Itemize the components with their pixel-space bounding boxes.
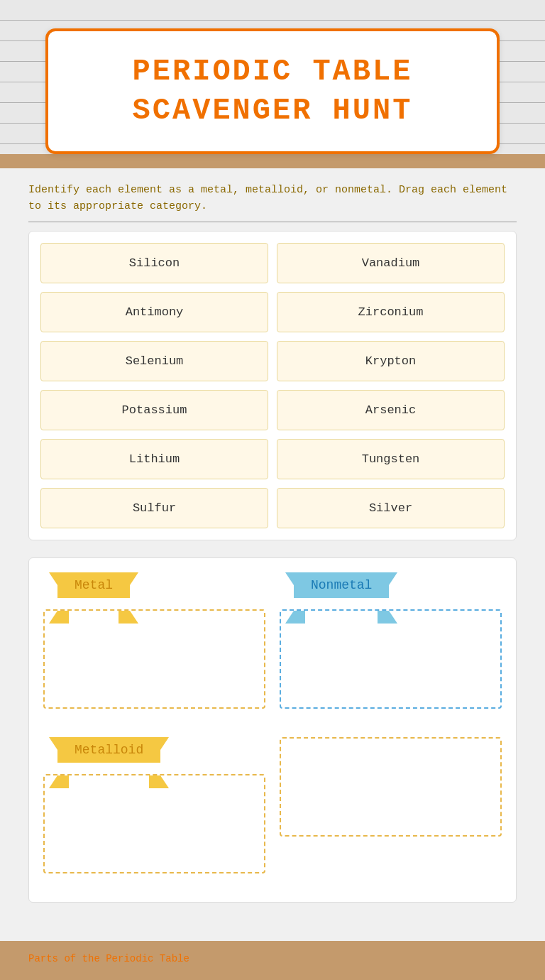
empty-zone-wrapper [280, 737, 502, 873]
notebook-header: PERIODIC TABLE SCAVENGER HUNT [0, 0, 545, 154]
nonmetal-drop-zone[interactable] [280, 609, 502, 709]
element-card-antimony[interactable]: Antimony [40, 292, 268, 332]
element-card-vanadium[interactable]: Vanadium [277, 243, 505, 283]
metal-ribbon-label: Metal [57, 572, 130, 598]
instructions-text: Identify each element as a metal, metall… [28, 183, 517, 222]
element-card-tungsten[interactable]: Tungsten [277, 439, 505, 479]
element-card-zirconium[interactable]: Zirconium [277, 292, 505, 332]
elements-grid: SiliconVanadiumAntimonyZirconiumSelenium… [40, 243, 505, 528]
page-title: PERIODIC TABLE SCAVENGER HUNT [62, 53, 483, 130]
footer-link[interactable]: Parts of the Periodic Table [28, 953, 189, 964]
element-card-silver[interactable]: Silver [277, 488, 505, 528]
element-card-sulfur[interactable]: Sulfur [40, 488, 268, 528]
footer-area: Parts of the Periodic Table [0, 941, 545, 976]
title-box: PERIODIC TABLE SCAVENGER HUNT [45, 28, 500, 154]
main-content: Identify each element as a metal, metall… [0, 168, 545, 941]
metal-zone-wrapper: Metal [43, 572, 265, 709]
element-card-krypton[interactable]: Krypton [277, 341, 505, 381]
metal-drop-zone[interactable] [43, 609, 265, 709]
drop-zones-container: Metal Nonmetal Metalloid [28, 557, 517, 903]
element-card-potassium[interactable]: Potassium [40, 390, 268, 430]
metalloid-drop-zone[interactable] [43, 774, 265, 873]
metalloid-zone-wrapper: Metalloid [43, 737, 265, 873]
element-card-selenium[interactable]: Selenium [40, 341, 268, 381]
element-card-silicon[interactable]: Silicon [40, 243, 268, 283]
elements-container: SiliconVanadiumAntimonyZirconiumSelenium… [28, 231, 517, 540]
element-card-lithium[interactable]: Lithium [40, 439, 268, 479]
element-card-arsenic[interactable]: Arsenic [277, 390, 505, 430]
metalloid-ribbon-label: Metalloid [57, 737, 160, 763]
empty-drop-zone [280, 737, 502, 837]
nonmetal-ribbon-label: Nonmetal [294, 572, 389, 598]
nonmetal-zone-wrapper: Nonmetal [280, 572, 502, 709]
